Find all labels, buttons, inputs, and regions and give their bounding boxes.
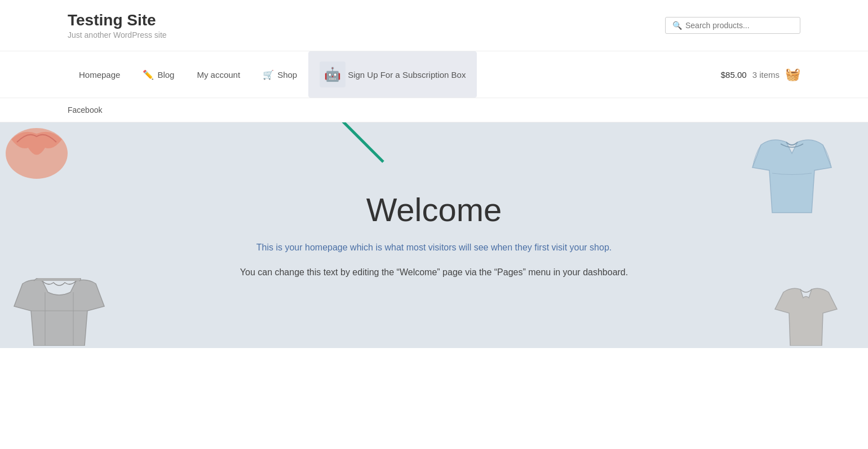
facebook-link[interactable]: Facebook [68,105,102,115]
hero-section: Welcome This is your homepage which is w… [0,122,868,348]
hero-line2: You can change this text by editing the … [240,265,628,280]
nav-item-subscription[interactable]: 🤖 Sign Up For a Subscription Box [308,51,477,98]
site-title-block: Testing Site Just another WordPress site [68,11,167,39]
nav-item-shop[interactable]: 🛒 Shop [251,59,308,90]
hero-line1: This is your homepage which is what most… [256,240,612,255]
cart-area: $85.00 3 items 🧺 [721,67,800,82]
deco-bottom-left [11,278,101,348]
deco-top-right [744,134,834,221]
nav-shop-label: Shop [277,70,297,80]
nav-blog-label: Blog [157,70,174,80]
svg-line-2 [293,122,383,162]
header: Testing Site Just another WordPress site… [0,0,868,51]
nav-homepage-label: Homepage [79,70,120,80]
shop-cart-icon: 🛒 [263,69,274,80]
nav-subscription-label: Sign Up For a Subscription Box [348,70,466,80]
deco-bottom-right [772,284,834,348]
cart-count: 3 items [752,70,780,80]
deco-top-left [0,122,73,187]
search-box[interactable]: 🔍 [665,17,800,34]
search-icon: 🔍 [672,21,682,30]
blog-icon: ✏️ [143,69,154,80]
nav-my-account-label: My account [197,70,240,80]
subscription-icon: 🤖 [320,61,346,87]
site-title: Testing Site [68,11,167,29]
nav-item-homepage[interactable]: Homepage [68,60,131,90]
site-tagline: Just another WordPress site [68,30,167,39]
annotation-arrow [271,122,440,168]
cart-price: $85.00 [721,70,747,80]
nav-item-my-account[interactable]: My account [185,60,251,90]
search-input[interactable] [685,21,793,30]
cart-basket-icon[interactable]: 🧺 [785,67,800,82]
social-nav: Facebook [0,98,868,122]
nav-bar: Homepage ✏️ Blog My account 🛒 Shop 🤖 Sig… [0,51,868,98]
nav-item-blog[interactable]: ✏️ Blog [131,59,185,90]
hero-title: Welcome [366,191,502,228]
